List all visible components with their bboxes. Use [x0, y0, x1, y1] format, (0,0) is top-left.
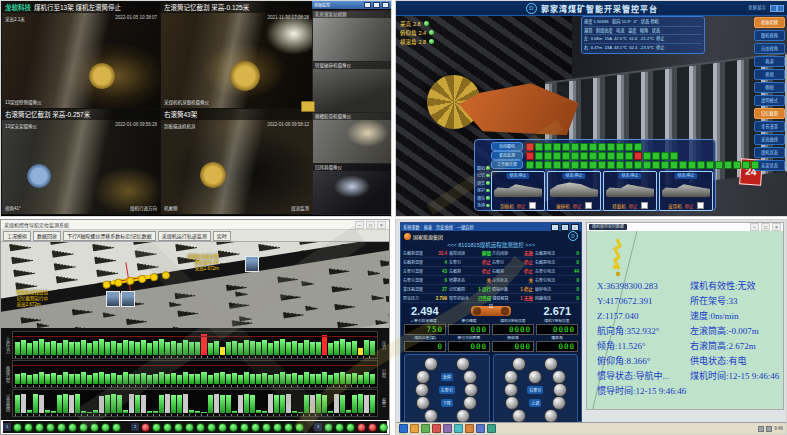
video-thumbnail[interactable]: 转载破碎机摄像仪	[312, 61, 392, 113]
view-button[interactable]: 全景漫游	[754, 121, 785, 132]
toolbar-button[interactable]: 数据回放	[33, 231, 61, 241]
close-icon[interactable]: ×	[377, 221, 386, 229]
equipment-checkbox[interactable]	[529, 202, 536, 209]
close-icon[interactable]: ×	[772, 223, 781, 231]
control-knob[interactable]	[553, 383, 567, 397]
control-knob[interactable]	[463, 396, 477, 410]
control-knob[interactable]	[424, 357, 438, 371]
control-knob[interactable]	[504, 383, 518, 397]
view-button[interactable]: 视角切换	[754, 17, 785, 28]
settings-icon[interactable]	[770, 5, 777, 12]
close-icon[interactable]	[382, 2, 389, 8]
chart-bar	[63, 372, 68, 384]
tag-label: 调高	[477, 180, 485, 186]
camera-feed[interactable]: 右滚筒43架2022-01-06 09:58:12刮板输送机机身机尾侧煤流监测	[160, 108, 313, 215]
equipment-status: 停止	[573, 203, 582, 209]
maximize-icon[interactable]: □	[761, 223, 770, 231]
video-thumbnail[interactable]: 顺槽胶带机摄像仪	[312, 112, 392, 164]
camera-feed[interactable]: 龙软科技煤机行至13架 煤机左滚筒停止2022-01-05 10:38:07采高…	[1, 1, 161, 109]
toolbar-button[interactable]: 下行X轴陀螺仪漂移系数标定|记忆数据	[63, 231, 156, 241]
minimize-icon[interactable]	[364, 2, 371, 8]
taskbar-app-icon[interactable]	[443, 424, 452, 433]
control-knob[interactable]	[415, 383, 429, 397]
control-knob[interactable]	[424, 409, 438, 423]
chart-bar	[256, 374, 261, 384]
seam-profile-map[interactable]: 采煤机当前位置所在架号:33采高2.672m 智能化采煤班组记忆截割运行中采高2…	[1, 242, 389, 330]
control-knob[interactable]	[416, 370, 430, 384]
folder-icon[interactable]	[301, 101, 315, 112]
window-titlebar[interactable]: 采煤机惯性导航定位监测系统 –□×	[1, 220, 389, 230]
toolbar-button[interactable]: 工况模拟	[3, 231, 31, 241]
view-button[interactable]: 采高曲线	[754, 134, 785, 145]
control-knob[interactable]	[504, 370, 518, 384]
indicator-group-button[interactable]: 工作面支架	[491, 160, 523, 169]
control-knob[interactable]	[464, 383, 478, 397]
view-button[interactable]: 自由视角	[754, 43, 785, 54]
ins-data-line: 惯导时间:12-15 9:46:46	[597, 384, 686, 399]
equipment-card[interactable]: 状态:停止破碎机停止	[547, 171, 601, 211]
equipment-checkbox[interactable]	[697, 202, 704, 209]
minimize-icon[interactable]: –	[355, 221, 364, 229]
control-knob[interactable]	[505, 396, 519, 410]
view-button[interactable]: 巷道	[754, 56, 785, 67]
equipment-card[interactable]: 状态:停止皮带机停止	[659, 171, 713, 211]
control-knob[interactable]	[552, 370, 566, 384]
menu-item[interactable]: 报表	[424, 224, 432, 230]
control-knob[interactable]	[512, 357, 526, 371]
taskbar-app-icon[interactable]	[487, 424, 496, 433]
taskbar-app-icon[interactable]	[476, 424, 485, 433]
bars-container	[15, 392, 375, 413]
toolbar-button[interactable]: 采煤机运行轨迹监测	[158, 231, 211, 241]
taskbar-app-icon[interactable]	[399, 424, 408, 433]
view-button[interactable]: 侧视	[754, 82, 785, 93]
taskbar-app-icon[interactable]	[454, 424, 463, 433]
menu-item[interactable]: 系统参数	[403, 224, 420, 230]
view-button[interactable]: 透明模式	[754, 95, 785, 106]
maximize-icon[interactable]: □	[366, 221, 375, 229]
taskbar-app-icon[interactable]	[465, 424, 474, 433]
control-knob[interactable]	[528, 370, 542, 384]
mini-window-titlebar[interactable]: 视频监控	[312, 1, 391, 9]
support-square	[607, 161, 615, 169]
control-knob[interactable]	[512, 409, 526, 423]
view-button[interactable]: 跟机视角	[754, 30, 785, 41]
indicator-group-button[interactable]: 自动跟机	[491, 142, 523, 151]
menu-item[interactable]: 一键启停	[457, 224, 474, 230]
taskbar-app-icon[interactable]	[410, 424, 419, 433]
equipment-card[interactable]: 状态:停止刮板机停止	[491, 171, 545, 211]
maximize-icon[interactable]: □	[561, 224, 569, 231]
equipment-checkbox[interactable]	[585, 202, 592, 209]
minimize-icon[interactable]: –	[750, 223, 759, 231]
control-knob[interactable]	[463, 370, 477, 384]
window-menu-icon[interactable]	[777, 5, 784, 12]
tray-icon[interactable]	[766, 426, 772, 432]
control-knob-panels: 急停左牵引下降右牵引上调	[404, 354, 578, 425]
close-icon[interactable]: ×	[571, 224, 579, 231]
tray-icon[interactable]	[758, 426, 764, 432]
taskbar-app-icon[interactable]	[432, 424, 441, 433]
control-knob[interactable]	[544, 409, 558, 423]
control-knob[interactable]	[456, 409, 470, 423]
view-button[interactable]: 俯视	[754, 69, 785, 80]
system-tray[interactable]: 9:46	[758, 426, 783, 432]
fullscreen-button[interactable]: 全屏显示	[748, 1, 766, 15]
camera-feed[interactable]: 左滚筒记忆截割 采高-0.125米2021-11-30 17:08:28采煤机机…	[160, 1, 313, 109]
video-thumbnail[interactable]: 回风巷摄像仪	[312, 163, 392, 215]
taskbar-app-icon[interactable]	[421, 424, 430, 433]
toolbar-button[interactable]: 实时	[213, 231, 231, 241]
indicator-group-button[interactable]: 姿态监测	[491, 151, 523, 160]
support-indicator-rows: 自动跟机姿态监测工作面支架	[491, 142, 713, 169]
control-knob[interactable]	[416, 396, 430, 410]
equipment-card[interactable]: 状态:停止转载机停止	[603, 171, 657, 211]
view-button[interactable]: 记忆截割	[754, 108, 785, 119]
menu-item[interactable]: 历史曲线	[436, 224, 453, 230]
control-knob[interactable]	[456, 357, 470, 371]
video-thumbnail[interactable]: 乳化液泵站视频	[312, 10, 392, 62]
equipment-checkbox[interactable]	[641, 202, 648, 209]
maximize-icon[interactable]	[373, 2, 380, 8]
minimize-icon[interactable]: –	[551, 224, 559, 231]
view-button[interactable]: 煤机状态	[754, 147, 785, 158]
control-knob[interactable]	[544, 357, 558, 371]
camera-feed[interactable]: 右滚筒记忆截割 采高-0.257米2022-01-06 09:56:2813架支…	[1, 108, 161, 215]
control-knob[interactable]	[552, 396, 566, 410]
